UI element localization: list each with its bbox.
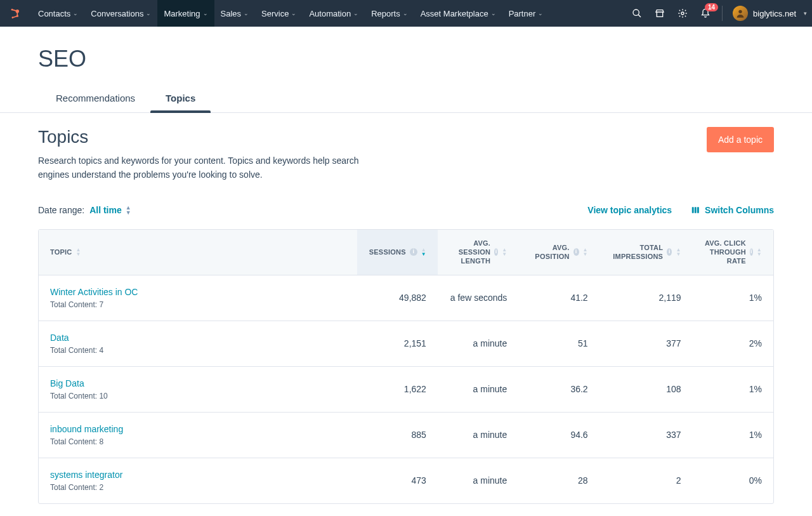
- divider: [722, 6, 723, 21]
- view-topic-analytics-link[interactable]: View topic analytics: [587, 205, 672, 215]
- col-header-sessions[interactable]: SESSIONSi▲▼: [357, 230, 438, 275]
- nav-item-reports[interactable]: Reports⌄: [365, 0, 414, 27]
- topic-link[interactable]: Big Data: [50, 378, 84, 388]
- ctr-cell: 2%: [693, 321, 773, 366]
- nav-item-partner[interactable]: Partner⌄: [502, 0, 550, 27]
- sessions-cell: 473: [357, 458, 438, 503]
- col-header-avg-position[interactable]: AVG. POSITIONi▲▼: [518, 230, 599, 275]
- col-header-avg-session-length[interactable]: AVG. SESSION LENGTHi▲▼: [438, 230, 518, 275]
- chevron-down-icon: ⌄: [203, 10, 208, 17]
- topics-section: Topics Research topics and keywords for …: [0, 113, 812, 504]
- sort-icon: ▲▼: [583, 248, 588, 256]
- sort-icon: ▲▼: [502, 248, 507, 256]
- col-header-avg-click-through-rate[interactable]: AVG. CLICK THROUGH RATEi▲▼: [693, 230, 773, 275]
- sessions-cell: 1,622: [357, 366, 438, 412]
- nav-item-service[interactable]: Service⌄: [255, 0, 303, 27]
- columns-icon: [691, 206, 700, 215]
- session-length-cell: a minute: [438, 321, 518, 366]
- avatar: [733, 6, 748, 21]
- table-toolbar: Date range: All time ▲▼ View topic analy…: [38, 205, 774, 215]
- nav-item-asset-marketplace[interactable]: Asset Marketplace⌄: [414, 0, 502, 27]
- sort-icon: ▲▼: [676, 248, 681, 256]
- col-header-total-impressions[interactable]: TOTAL IMPRESSIONSi▲▼: [599, 230, 693, 275]
- table-row: systems integratorTotal Content: 2473a m…: [39, 458, 773, 503]
- add-topic-button[interactable]: Add a topic: [707, 127, 774, 152]
- marketplace-icon[interactable]: [653, 7, 666, 20]
- chevron-down-icon: ⌄: [353, 10, 358, 17]
- nav-item-marketing[interactable]: Marketing⌄: [157, 0, 214, 27]
- top-nav: Contacts⌄Conversations⌄Marketing⌄Sales⌄S…: [0, 0, 812, 27]
- svg-line-5: [638, 15, 641, 17]
- sort-icon: ▲▼: [126, 205, 131, 215]
- position-cell: 28: [518, 458, 599, 503]
- session-length-cell: a few seconds: [438, 275, 518, 321]
- table-row: Winter Activities in OCTotal Content: 74…: [39, 275, 773, 321]
- sort-icon: ▲▼: [76, 248, 81, 256]
- tab-recommendations[interactable]: Recommendations: [56, 86, 135, 112]
- section-header: Topics Research topics and keywords for …: [38, 127, 774, 182]
- ctr-cell: 1%: [693, 275, 773, 321]
- tabs: RecommendationsTopics: [0, 86, 812, 113]
- impressions-cell: 337: [599, 412, 693, 458]
- content-count: Total Content: 7: [50, 300, 103, 309]
- search-icon[interactable]: [631, 7, 643, 20]
- table-row: Big DataTotal Content: 101,622a minute36…: [39, 366, 773, 412]
- svg-point-4: [633, 10, 639, 15]
- info-icon: i: [494, 248, 498, 256]
- tab-topics[interactable]: Topics: [166, 86, 195, 112]
- ctr-cell: 0%: [693, 458, 773, 503]
- account-name: biglytics.net: [753, 9, 796, 18]
- position-cell: 41.2: [518, 275, 599, 321]
- impressions-cell: 2: [599, 458, 693, 503]
- date-range-filter: Date range: All time ▲▼: [38, 205, 131, 215]
- content-count: Total Content: 2: [50, 483, 103, 492]
- position-cell: 51: [518, 321, 599, 366]
- svg-point-7: [738, 10, 742, 13]
- topic-link[interactable]: inbound marketing: [50, 424, 123, 434]
- page-title: SEO: [0, 46, 812, 72]
- chevron-down-icon: ⌄: [291, 10, 296, 17]
- svg-point-6: [681, 12, 684, 15]
- sort-icon: ▲▼: [421, 248, 426, 256]
- col-header-topic[interactable]: TOPIC▲▼: [39, 230, 357, 275]
- section-title: Topics: [38, 127, 368, 147]
- chevron-down-icon: ⌄: [403, 10, 408, 17]
- svg-rect-10: [697, 207, 699, 213]
- chevron-down-icon: ⌄: [244, 10, 249, 17]
- topic-link[interactable]: Data: [50, 333, 69, 343]
- notifications-bell-icon[interactable]: 14: [699, 7, 712, 20]
- ctr-cell: 1%: [693, 412, 773, 458]
- chevron-down-icon: ▾: [804, 10, 807, 17]
- switch-columns-button[interactable]: Switch Columns: [691, 205, 774, 215]
- chevron-down-icon: ⌄: [538, 10, 543, 17]
- sort-icon: ▲▼: [757, 248, 762, 256]
- date-range-select[interactable]: All time ▲▼: [89, 205, 131, 215]
- nav-item-contacts[interactable]: Contacts⌄: [32, 0, 84, 27]
- impressions-cell: 377: [599, 321, 693, 366]
- nav-item-automation[interactable]: Automation⌄: [303, 0, 365, 27]
- position-cell: 94.6: [518, 412, 599, 458]
- svg-rect-8: [692, 207, 694, 213]
- nav-item-conversations[interactable]: Conversations⌄: [84, 0, 157, 27]
- table-row: DataTotal Content: 42,151a minute513772%: [39, 321, 773, 366]
- chevron-down-icon: ⌄: [146, 10, 151, 17]
- page-header: SEO RecommendationsTopics: [0, 27, 812, 113]
- table-row: inbound marketingTotal Content: 8885a mi…: [39, 412, 773, 458]
- nav-item-sales[interactable]: Sales⌄: [214, 0, 256, 27]
- date-range-label: Date range:: [38, 205, 84, 215]
- svg-rect-9: [695, 207, 697, 213]
- sessions-cell: 885: [357, 412, 438, 458]
- topnav-menu: Contacts⌄Conversations⌄Marketing⌄Sales⌄S…: [32, 0, 549, 27]
- sessions-cell: 49,882: [357, 275, 438, 321]
- topic-link[interactable]: Winter Activities in OC: [50, 287, 138, 297]
- hubspot-logo-icon[interactable]: [9, 7, 22, 20]
- settings-gear-icon[interactable]: [676, 7, 689, 20]
- content-count: Total Content: 8: [50, 437, 103, 446]
- topic-link[interactable]: systems integrator: [50, 470, 122, 480]
- info-icon: i: [667, 248, 672, 256]
- info-icon: i: [410, 248, 417, 256]
- position-cell: 36.2: [518, 366, 599, 412]
- topics-table: TOPIC▲▼SESSIONSi▲▼AVG. SESSION LENGTHi▲▼…: [38, 229, 774, 504]
- account-switcher[interactable]: biglytics.net ▾: [733, 6, 807, 21]
- notification-badge: 14: [705, 3, 718, 11]
